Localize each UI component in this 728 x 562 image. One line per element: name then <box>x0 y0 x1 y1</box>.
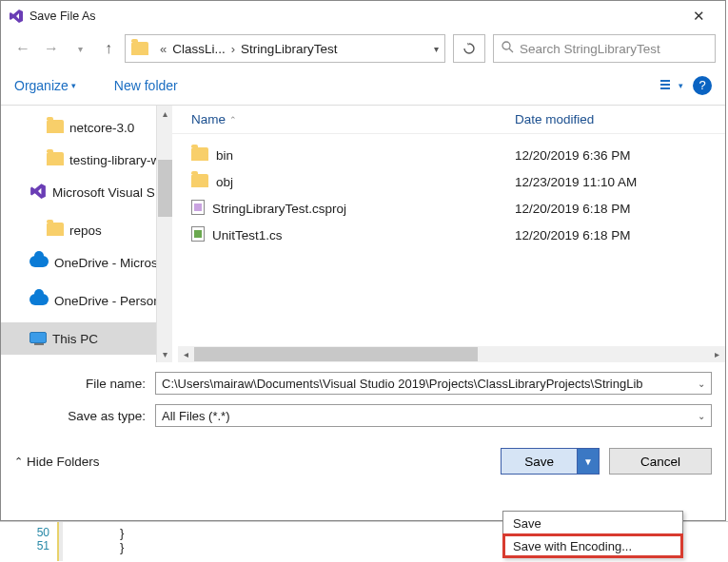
close-button[interactable]: ✕ <box>679 8 718 25</box>
saveastype-select[interactable]: All Files (*.*) ⌄ <box>155 404 712 427</box>
csproj-icon <box>191 200 205 218</box>
code-text: } } <box>63 522 124 561</box>
folder-icon <box>47 152 64 168</box>
filename-label: File name: <box>14 377 155 391</box>
file-list: Name ⌃ Date modified bin12/20/2019 6:36 … <box>172 106 725 362</box>
save-split-button[interactable]: Save ▼ <box>501 448 600 475</box>
help-button[interactable]: ? <box>693 76 712 95</box>
up-button[interactable]: ↑ <box>96 36 121 61</box>
content-area: netcore-3.0testing-library-wMicrosoft Vi… <box>1 106 725 362</box>
tree-item[interactable]: Microsoft Visual S <box>1 176 172 208</box>
tree-item[interactable]: repos <box>1 214 172 246</box>
saveastype-dropdown-icon[interactable]: ⌄ <box>698 411 705 421</box>
file-name: bin <box>216 148 233 163</box>
save-button[interactable]: Save <box>502 449 578 474</box>
forward-button: → <box>39 36 64 61</box>
sort-icon: ⌃ <box>229 115 237 125</box>
svg-rect-2 <box>660 80 670 82</box>
folder-icon <box>47 223 64 239</box>
tree-item[interactable]: testing-library-w <box>1 144 172 176</box>
file-name: StringLibraryTest.csproj <box>212 202 346 216</box>
column-date[interactable]: Date modified <box>515 112 594 126</box>
file-date: 12/20/2019 6:36 PM <box>515 148 631 163</box>
file-name: obj <box>216 175 233 189</box>
svg-line-1 <box>509 48 513 52</box>
scroll-down-icon[interactable]: ▾ <box>157 346 172 362</box>
tree-item[interactable]: OneDrive - Person <box>1 284 172 317</box>
tree-item[interactable]: OneDrive - Micros <box>1 246 172 279</box>
file-row[interactable]: bin12/20/2019 6:36 PM <box>191 142 725 168</box>
recent-dropdown[interactable]: ▾ <box>68 36 92 61</box>
hide-folders-button[interactable]: ⌃ Hide Folders <box>14 455 100 469</box>
scroll-thumb[interactable] <box>158 160 172 217</box>
menu-item[interactable]: Save with Encoding... <box>503 534 682 557</box>
column-name[interactable]: Name ⌃ <box>191 112 515 126</box>
toolbar: Organize ▾ New folder ▾ ? <box>1 66 725 106</box>
pc-icon <box>30 332 47 346</box>
address-dropdown[interactable]: ▾ <box>434 44 439 54</box>
folder-icon <box>191 147 208 164</box>
tree-item-label: OneDrive - Micros <box>54 256 158 270</box>
menu-item[interactable]: Save <box>503 512 682 534</box>
file-date: 12/23/2019 11:10 AM <box>515 175 637 189</box>
fields: File name: C:\Users\mairaw\Documents\Vis… <box>1 362 725 440</box>
file-row[interactable]: UnitTest1.cs12/20/2019 6:18 PM <box>191 222 725 248</box>
crumb-prefix: « <box>160 42 167 56</box>
file-name: UnitTest1.cs <box>212 228 283 242</box>
column-headers: Name ⌃ Date modified <box>172 106 725 134</box>
scroll-left-icon[interactable]: ◂ <box>178 349 194 359</box>
save-dropdown-button[interactable]: ▼ <box>578 449 599 474</box>
save-dropdown-menu: SaveSave with Encoding... <box>502 511 683 558</box>
svg-rect-3 <box>660 84 670 86</box>
organize-label: Organize <box>14 78 69 93</box>
new-folder-button[interactable]: New folder <box>114 78 178 93</box>
svg-point-0 <box>502 42 510 49</box>
file-hscrollbar[interactable]: ◂ ▸ <box>178 346 725 362</box>
chevron-down-icon: ▾ <box>71 81 76 90</box>
vs-icon <box>30 183 47 203</box>
chevron-down-icon: ▾ <box>679 81 683 90</box>
chevron-up-icon: ⌃ <box>14 455 23 468</box>
tree-scrollbar[interactable]: ▴ ▾ <box>156 106 172 362</box>
crumb-2[interactable]: StringLibraryTest <box>241 42 337 56</box>
line-gutter: 50 51 <box>0 522 57 561</box>
tree-item[interactable]: netcore-3.0 <box>1 111 172 144</box>
filename-value: C:\Users\mairaw\Documents\Visual Studio … <box>162 377 643 391</box>
address-bar[interactable]: « ClassLi... › StringLibraryTest ▾ <box>125 34 445 63</box>
save-file-dialog: Save File As ✕ ← → ▾ ↑ « ClassLi... › St… <box>0 0 726 521</box>
filename-dropdown-icon[interactable]: ⌄ <box>698 378 705 389</box>
filename-input[interactable]: C:\Users\mairaw\Documents\Visual Studio … <box>155 372 712 395</box>
organize-button[interactable]: Organize ▾ <box>14 78 76 93</box>
hscroll-thumb[interactable] <box>194 347 478 361</box>
refresh-button[interactable] <box>453 34 485 63</box>
folder-icon <box>47 120 64 136</box>
back-button[interactable]: ← <box>10 36 35 61</box>
file-row[interactable]: StringLibraryTest.csproj12/20/2019 6:18 … <box>191 195 725 222</box>
tree-item-label: netcore-3.0 <box>69 121 134 135</box>
crumb-1[interactable]: ClassLi... <box>172 42 226 56</box>
titlebar: Save File As ✕ <box>1 1 725 31</box>
folder-tree[interactable]: netcore-3.0testing-library-wMicrosoft Vi… <box>1 106 172 362</box>
cancel-button[interactable]: Cancel <box>609 448 712 475</box>
scroll-right-icon[interactable]: ▸ <box>709 349 725 359</box>
cloud-icon <box>30 256 49 270</box>
tree-item-label: Microsoft Visual S <box>52 185 155 200</box>
hide-folders-label: Hide Folders <box>27 455 100 469</box>
tree-item-label: OneDrive - Person <box>54 294 161 308</box>
chevron-right-icon[interactable]: › <box>231 42 235 56</box>
search-input[interactable]: Search StringLibraryTest <box>493 34 716 63</box>
scroll-up-icon[interactable]: ▴ <box>157 106 172 122</box>
search-icon <box>502 41 514 56</box>
cs-icon <box>191 226 205 244</box>
tree-item[interactable]: This PC <box>1 322 172 355</box>
svg-rect-4 <box>660 87 670 89</box>
folder-icon <box>191 174 208 190</box>
file-date: 12/20/2019 6:18 PM <box>515 202 631 216</box>
footer: ⌃ Hide Folders Save ▼ Cancel <box>1 440 725 484</box>
file-row[interactable]: obj12/23/2019 11:10 AM <box>191 168 725 195</box>
nav-row: ← → ▾ ↑ « ClassLi... › StringLibraryTest… <box>1 31 725 66</box>
window-title: Save File As <box>30 10 679 23</box>
vs-logo-icon <box>9 9 24 24</box>
view-button[interactable]: ▾ <box>660 79 683 91</box>
folder-icon <box>131 42 148 55</box>
